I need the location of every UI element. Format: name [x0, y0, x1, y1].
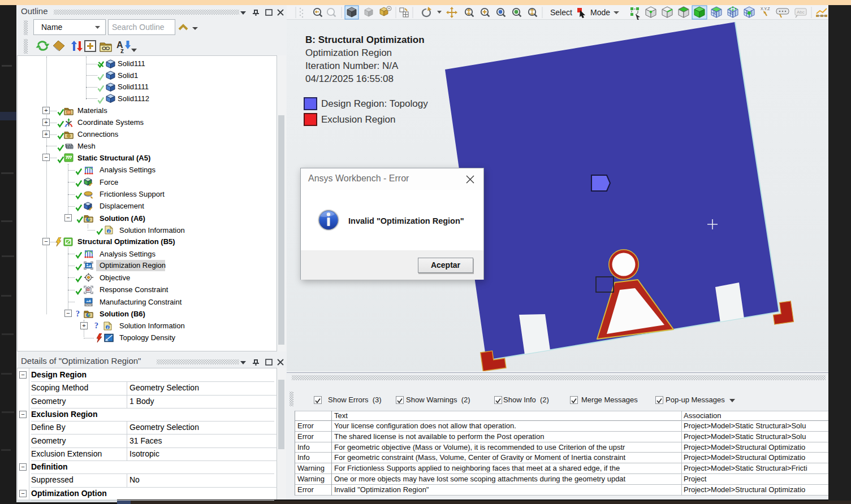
svg-text:Mode: Mode — [590, 8, 610, 17]
svg-text:X.Y.Z: X.Y.Z — [761, 7, 770, 11]
svg-text:Select: Select — [550, 8, 572, 17]
svg-text:Abc: Abc — [797, 10, 805, 15]
